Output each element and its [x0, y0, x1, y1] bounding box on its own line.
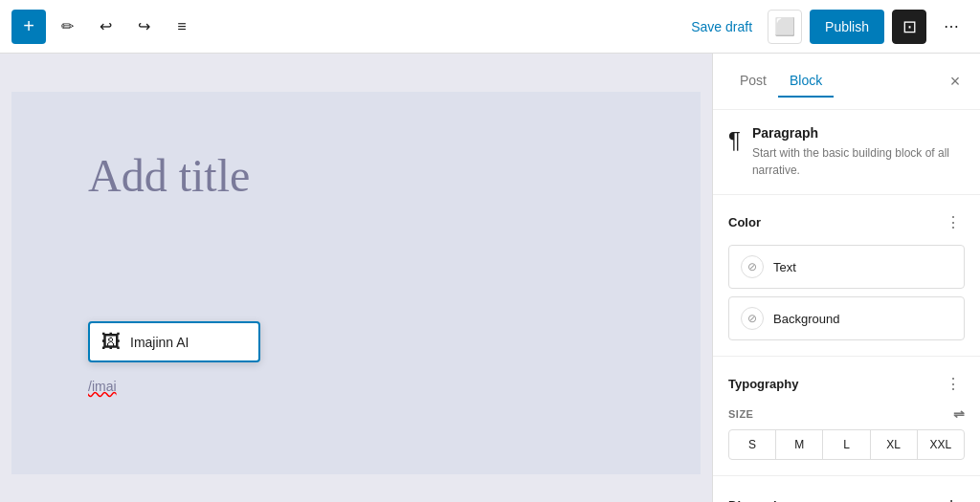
- undo-icon: ↩: [100, 17, 112, 35]
- pencil-icon: ✏: [61, 17, 74, 35]
- sidebar: Post Block × ¶ Paragraph Start with the …: [712, 54, 980, 502]
- background-color-circle: ⊘: [741, 307, 764, 330]
- autocomplete-label: Imajinn AI: [130, 335, 189, 350]
- list-view-button[interactable]: ≡: [165, 10, 199, 44]
- add-block-button[interactable]: +: [11, 10, 46, 44]
- tools-button[interactable]: ✏: [50, 10, 84, 44]
- undo-button[interactable]: ↩: [88, 10, 122, 44]
- typography-section: Typography ⋮ SIZE ⇌ S M L XL XXL: [713, 357, 980, 476]
- sidebar-header: Post Block ×: [713, 54, 980, 110]
- main-layout: Add title 🖼 Imajinn AI /imai Post › Para…: [0, 54, 980, 502]
- size-s-button[interactable]: S: [729, 430, 776, 459]
- view-icon: ⬜: [774, 16, 795, 37]
- slash-command-value: /imai: [88, 379, 117, 394]
- ellipsis-icon: ⋯: [944, 17, 959, 35]
- sidebar-close-button[interactable]: ×: [942, 68, 969, 95]
- toolbar-left: + ✏ ↩ ↪ ≡: [11, 10, 199, 44]
- imajinn-icon: 🖼: [101, 331, 121, 353]
- redo-icon: ↪: [138, 17, 150, 35]
- text-color-circle: ⊘: [741, 255, 764, 278]
- toolbar: + ✏ ↩ ↪ ≡ Save draft ⬜ Publish ⊡ ⋯: [0, 0, 980, 54]
- dimensions-add-button[interactable]: +: [938, 491, 965, 502]
- color-text-option[interactable]: ⊘ Text: [728, 245, 965, 289]
- plus-icon: +: [23, 15, 34, 37]
- settings-button[interactable]: ⊡: [892, 10, 926, 44]
- redo-button[interactable]: ↪: [126, 10, 161, 44]
- toolbar-right: Save draft ⬜ Publish ⊡ ⋯: [683, 10, 969, 44]
- save-draft-button[interactable]: Save draft: [683, 10, 760, 44]
- color-section-title: Color: [728, 215, 761, 229]
- list-view-icon: ≡: [177, 18, 186, 35]
- size-xl-button[interactable]: XL: [871, 430, 918, 459]
- block-description: Start with the basic building block of a…: [752, 144, 965, 179]
- view-button[interactable]: ⬜: [768, 10, 802, 44]
- size-l-button[interactable]: L: [823, 430, 870, 459]
- block-info: ¶ Paragraph Start with the basic buildin…: [713, 110, 980, 195]
- size-xxl-button[interactable]: XXL: [918, 430, 964, 459]
- typography-section-menu-button[interactable]: ⋮: [942, 372, 965, 395]
- title-placeholder[interactable]: Add title: [88, 149, 624, 202]
- color-section-header: Color ⋮: [728, 210, 965, 233]
- dimensions-section: Dimensions +: [713, 476, 980, 502]
- tab-post[interactable]: Post: [728, 65, 778, 98]
- paragraph-icon: ¶: [728, 127, 741, 154]
- size-m-button[interactable]: M: [776, 430, 823, 459]
- autocomplete-popup[interactable]: 🖼 Imajinn AI: [88, 321, 260, 362]
- block-info-text: Paragraph Start with the basic building …: [752, 125, 965, 179]
- slash-command-text: /imai: [88, 379, 117, 394]
- typography-section-header: Typography ⋮: [728, 372, 965, 395]
- size-buttons: S M L XL XXL: [728, 429, 965, 460]
- more-options-button[interactable]: ⋯: [934, 10, 969, 44]
- editor-area[interactable]: Add title 🖼 Imajinn AI /imai Post › Para…: [0, 54, 712, 502]
- color-section-menu-button[interactable]: ⋮: [942, 210, 965, 233]
- size-label: SIZE ⇌: [728, 406, 965, 422]
- editor-canvas: Add title 🖼 Imajinn AI /imai: [0, 54, 712, 502]
- editor-content[interactable]: Add title 🖼 Imajinn AI /imai: [11, 92, 701, 474]
- size-label-text: SIZE: [728, 408, 753, 420]
- dimensions-title: Dimensions: [728, 498, 799, 503]
- publish-button[interactable]: Publish: [810, 10, 884, 44]
- settings-icon: ⊡: [902, 16, 917, 37]
- dimensions-header: Dimensions +: [728, 491, 965, 502]
- size-filter-icon[interactable]: ⇌: [953, 406, 966, 422]
- text-color-label: Text: [773, 260, 796, 274]
- typography-section-title: Typography: [728, 377, 798, 391]
- tab-block[interactable]: Block: [778, 65, 834, 98]
- color-section: Color ⋮ ⊘ Text ⊘ Background: [713, 195, 980, 357]
- block-title: Paragraph: [752, 125, 965, 141]
- color-background-option[interactable]: ⊘ Background: [728, 296, 965, 340]
- background-color-label: Background: [773, 312, 839, 326]
